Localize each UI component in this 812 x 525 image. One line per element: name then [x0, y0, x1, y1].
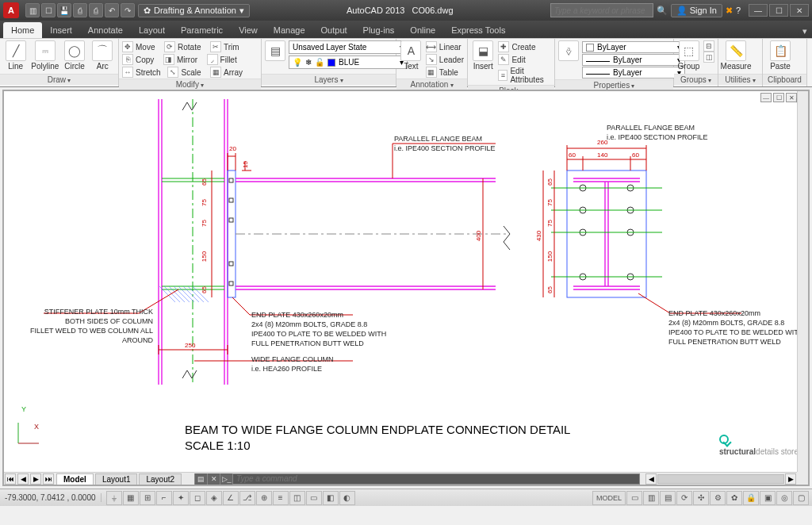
- fillet-button[interactable]: Fillet: [220, 56, 237, 64]
- tab-plugins[interactable]: Plug-ins: [355, 22, 403, 38]
- cmd-handle-icon[interactable]: ▤: [195, 473, 208, 485]
- hscroll-left-icon[interactable]: ◀: [645, 473, 657, 485]
- sb-qvlayouts-icon[interactable]: ▤: [660, 491, 676, 505]
- sb-autoscale-icon[interactable]: ⚙: [710, 491, 726, 505]
- polyline-button[interactable]: ⎓Polyline: [31, 40, 59, 71]
- search-icon[interactable]: 🔍: [657, 6, 668, 16]
- move-button[interactable]: Move: [136, 43, 155, 52]
- plot-icon[interactable]: ⎙: [89, 3, 103, 17]
- ribbon-expand-icon[interactable]: ▾: [798, 25, 812, 38]
- sb-isolate-icon[interactable]: ◎: [776, 491, 792, 505]
- ucs-icon[interactable]: YX: [10, 420, 42, 453]
- scale-button[interactable]: Scale: [181, 68, 201, 77]
- drawing-canvas[interactable]: 20 15 65 75 75 150 65 250 400 260 60 140…: [4, 91, 808, 485]
- mirror-button[interactable]: Mirror: [177, 56, 197, 64]
- sb-grid-icon[interactable]: ⊞: [140, 491, 155, 505]
- linetype-dropdown[interactable]: ByLayer▾: [582, 67, 685, 79]
- horizontal-scrollbar[interactable]: [657, 474, 784, 484]
- edit-attributes-button[interactable]: ≡Edit Attributes: [498, 66, 551, 85]
- leader-button[interactable]: ↘Leader: [426, 53, 464, 66]
- tab-layout[interactable]: Layout: [131, 22, 173, 38]
- sb-toolbar-lock-icon[interactable]: 🔒: [743, 491, 759, 505]
- sb-ws-icon[interactable]: ✿: [726, 491, 742, 505]
- sheet-tab-layout2[interactable]: Layout2: [139, 473, 182, 485]
- sb-qp-icon[interactable]: ▭: [306, 491, 322, 505]
- sb-ducs-icon[interactable]: ⎇: [239, 491, 255, 505]
- sb-tpy-icon[interactable]: ◫: [289, 491, 305, 505]
- tab-expresstools[interactable]: Express Tools: [443, 22, 513, 38]
- sb-ortho-icon[interactable]: ⌐: [156, 491, 172, 505]
- paste-button[interactable]: 📋Paste: [766, 40, 795, 71]
- insert-button[interactable]: ⬓Insert: [471, 40, 495, 71]
- group-edit-icon[interactable]: ◫: [703, 52, 714, 63]
- ungroup-icon[interactable]: ⊟: [703, 40, 714, 52]
- sb-cleanscreen-icon[interactable]: ▢: [793, 491, 809, 505]
- measure-button[interactable]: 📏Measure: [722, 40, 750, 71]
- sb-snap-icon[interactable]: ▦: [123, 491, 139, 505]
- linear-dim-button[interactable]: ⟷Linear: [426, 40, 464, 53]
- maximize-icon[interactable]: ☐: [769, 4, 788, 17]
- trim-button[interactable]: Trim: [224, 43, 239, 52]
- sb-lwt-icon[interactable]: ≡: [273, 491, 289, 505]
- coords-readout[interactable]: -79.3000, 7.0412 , 0.0000: [0, 493, 102, 502]
- open-icon[interactable]: ☐: [41, 3, 56, 17]
- group-button[interactable]: ⬚Group: [677, 40, 700, 71]
- sb-3dosnap-icon[interactable]: ◈: [206, 491, 222, 505]
- sb-qv-icon[interactable]: ▥: [643, 491, 659, 505]
- sb-annoviz-icon[interactable]: ✣: [693, 491, 709, 505]
- sb-model-button[interactable]: MODEL: [592, 491, 626, 505]
- circle-button[interactable]: ◯Circle: [62, 40, 86, 71]
- sheet-tab-model[interactable]: Model: [56, 473, 94, 485]
- tab-annotate[interactable]: Annotate: [80, 22, 131, 38]
- save-icon[interactable]: 💾: [57, 3, 71, 17]
- help-search-input[interactable]: [550, 3, 653, 17]
- sb-hardware-icon[interactable]: ▣: [760, 491, 776, 505]
- tab-output[interactable]: Output: [313, 22, 355, 38]
- redo-icon[interactable]: ↷: [121, 3, 135, 17]
- line-button[interactable]: ╱Line: [3, 40, 28, 71]
- minimize-icon[interactable]: —: [749, 4, 768, 17]
- sb-am-icon[interactable]: ◐: [339, 491, 355, 505]
- saveas-icon[interactable]: ⎙: [73, 3, 87, 17]
- color-dropdown[interactable]: ByLayer▾: [582, 41, 685, 53]
- sb-dyn-icon[interactable]: ⊕: [256, 491, 272, 505]
- lineweight-dropdown[interactable]: ByLayer▾: [582, 54, 685, 66]
- command-input[interactable]: [233, 474, 639, 483]
- layer-dropdown[interactable]: 💡❄🔓BLUE▾: [289, 56, 408, 69]
- tab-insert[interactable]: Insert: [42, 22, 80, 38]
- tab-nav-next-icon[interactable]: ▶: [30, 473, 41, 485]
- new-icon[interactable]: ▥: [25, 3, 40, 17]
- sb-polar-icon[interactable]: ✦: [173, 491, 189, 505]
- workspace-selector[interactable]: ✿ Drafting & Annotation ▾: [138, 4, 250, 17]
- layer-state-dropdown[interactable]: Unsaved Layer State▾: [289, 40, 408, 54]
- edit-block-button[interactable]: ✎Edit: [498, 53, 551, 66]
- text-button[interactable]: AText: [400, 40, 423, 71]
- layer-properties-button[interactable]: ▤: [265, 40, 285, 61]
- tab-manage[interactable]: Manage: [266, 22, 313, 38]
- copy-button[interactable]: Copy: [136, 56, 154, 64]
- rotate-button[interactable]: Rotate: [178, 43, 201, 52]
- sb-layout-icon[interactable]: ▭: [626, 491, 642, 505]
- tab-home[interactable]: Home: [3, 22, 42, 38]
- sb-sc-icon[interactable]: ◧: [323, 491, 339, 505]
- tab-online[interactable]: Online: [402, 22, 443, 38]
- close-icon[interactable]: ✕: [790, 4, 809, 17]
- help-icon[interactable]: ?: [736, 6, 741, 15]
- array-button[interactable]: Array: [224, 68, 243, 77]
- sheet-tab-layout1[interactable]: Layout1: [95, 473, 138, 485]
- cmd-close-icon[interactable]: ✕: [208, 473, 220, 485]
- tab-nav-last-icon[interactable]: ⏭: [43, 473, 54, 485]
- vertical-scrollbar[interactable]: [797, 91, 808, 472]
- app-menu-icon[interactable]: A: [3, 2, 19, 18]
- tab-parametric[interactable]: Parametric: [173, 22, 231, 38]
- table-button[interactable]: ▦Table: [426, 66, 464, 79]
- sb-otrack-icon[interactable]: ∠: [223, 491, 239, 505]
- undo-icon[interactable]: ↶: [105, 3, 119, 17]
- exchange-icon[interactable]: ✖: [726, 6, 733, 16]
- hscroll-right-icon[interactable]: ▶: [785, 473, 796, 485]
- sb-annoscale-icon[interactable]: ⟳: [676, 491, 692, 505]
- signin-button[interactable]: 👤 Sign In: [671, 4, 722, 17]
- sb-infer-icon[interactable]: ⏚: [106, 491, 122, 505]
- command-line[interactable]: ▤ ✕ ▷_: [194, 473, 640, 485]
- stretch-button[interactable]: Stretch: [136, 68, 161, 77]
